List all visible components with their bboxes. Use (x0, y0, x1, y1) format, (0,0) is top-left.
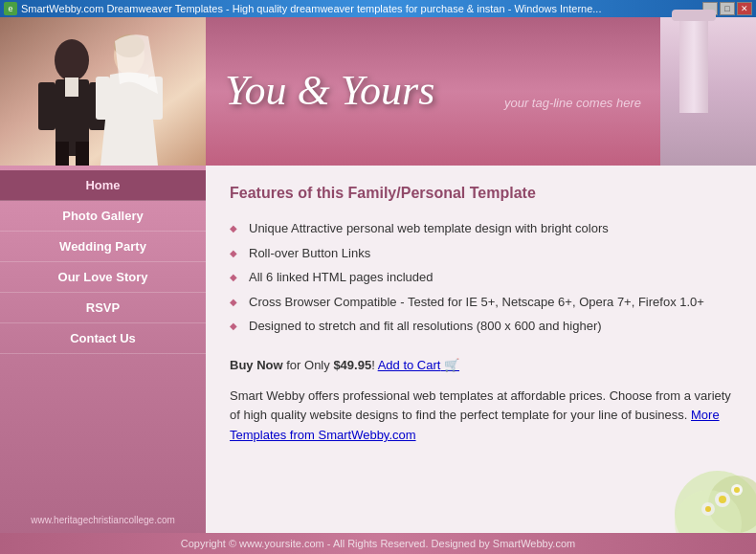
feature-2: Roll-over Button Links (230, 241, 732, 266)
sidebar-item-home[interactable]: Home (0, 170, 206, 201)
buy-section: Buy Now for Only $49.95! Add to Cart 🛒 (230, 358, 732, 372)
feature-4: Cross Browser Compatible - Tested for IE… (230, 290, 732, 315)
site-header: You & Yours your tag-line comes here (0, 17, 756, 166)
window-title: SmartWebby.com Dreamweaver Templates - H… (21, 3, 601, 14)
page-footer: Copyright © www.yoursite.com - All Right… (0, 533, 756, 554)
add-to-cart-link[interactable]: Add to Cart 🛒 (378, 358, 459, 372)
footer-text: Copyright © www.yoursite.com - All Right… (181, 538, 575, 549)
sidebar-item-our-love-story[interactable]: Our Love Story (0, 262, 206, 293)
svg-rect-3 (38, 82, 56, 130)
header-text-area: You & Yours your tag-line comes here (206, 58, 660, 123)
svg-rect-5 (56, 142, 69, 166)
buy-now-text: Buy Now (230, 358, 283, 372)
feature-3: All 6 linked HTML pages included (230, 265, 732, 290)
content-wrapper: Home Photo Gallery Wedding Party Our Lov… (0, 166, 756, 533)
features-list: Unique Attractive personal web template … (230, 216, 732, 339)
sidebar: Home Photo Gallery Wedding Party Our Lov… (0, 166, 206, 533)
sidebar-item-photo-gallery[interactable]: Photo Gallery (0, 201, 206, 232)
sidebar-item-contact-us[interactable]: Contact Us (0, 323, 206, 354)
tagline: your tag-line comes here (504, 96, 641, 110)
sidebar-footer: www.heritagechristiancollege.com (0, 507, 206, 533)
svg-point-21 (705, 506, 711, 512)
browser-icon: e (4, 2, 17, 15)
page-wrapper: You & Yours your tag-line comes here Hom… (0, 17, 756, 554)
svg-rect-7 (65, 78, 78, 97)
close-button[interactable]: ✕ (737, 2, 752, 15)
feature-1: Unique Attractive personal web template … (230, 216, 732, 241)
svg-rect-6 (76, 142, 89, 166)
sidebar-item-wedding-party[interactable]: Wedding Party (0, 232, 206, 262)
section-title: Features of this Family/Personal Templat… (230, 185, 732, 202)
title-bar: e SmartWebby.com Dreamweaver Templates -… (0, 0, 756, 17)
price-text: $49.95 (333, 358, 371, 372)
sidebar-item-rsvp[interactable]: RSVP (0, 293, 206, 323)
header-decoration (660, 17, 756, 166)
svg-rect-10 (96, 77, 110, 120)
svg-point-1 (55, 39, 89, 81)
maximize-button[interactable]: □ (720, 2, 735, 15)
svg-point-19 (734, 487, 740, 493)
header-photo (0, 17, 206, 166)
feature-5: Designed to stretch and fit all resoluti… (230, 314, 732, 339)
svg-point-17 (719, 496, 726, 503)
flower-decoration (641, 437, 756, 533)
column-decoration (679, 17, 708, 113)
